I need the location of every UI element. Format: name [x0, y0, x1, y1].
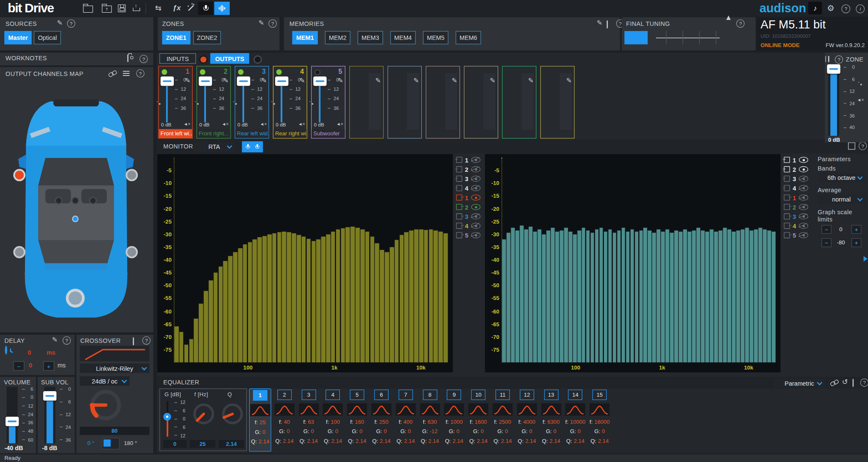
channel-edit-icon[interactable]: ✎ [375, 77, 381, 84]
crossover-freq-value[interactable]: 80 [80, 427, 150, 435]
zone-fader-handle[interactable] [827, 64, 840, 74]
final-tuning-button[interactable] [624, 31, 648, 44]
channel-edit-icon[interactable]: ✎ [452, 77, 457, 84]
channel-fader-handle[interactable] [275, 76, 288, 86]
monitor-channel-row[interactable]: 3 [456, 212, 484, 221]
zone-button[interactable]: ZONE1 [162, 31, 190, 44]
wand-icon[interactable] [187, 4, 195, 11]
monitor-channel-row[interactable]: 2 [784, 165, 811, 174]
delay-plus-button[interactable]: + [43, 361, 54, 371]
delay-clock-icon[interactable] [5, 346, 7, 355]
eq-band-number[interactable]: 1 [253, 390, 267, 401]
zones-help-icon[interactable]: ? [268, 20, 277, 28]
sources-help-icon[interactable]: ? [67, 20, 75, 28]
monitor-channel-row[interactable]: 3 [784, 212, 811, 221]
eq-band-number[interactable]: 5 [350, 389, 364, 400]
tab-inputs[interactable]: INPUTS [159, 53, 196, 64]
scale-min-plus[interactable]: + [851, 238, 862, 247]
mic-button[interactable] [198, 2, 213, 15]
memory-button[interactable]: MEM2 [325, 31, 351, 44]
visibility-eye-icon[interactable] [471, 204, 481, 210]
monitor-channel-row[interactable]: 3 [784, 174, 811, 183]
outputs-indicator[interactable] [253, 56, 262, 64]
monitor-channel-row[interactable]: 1 [456, 193, 484, 202]
eq-band-number[interactable]: 6 [374, 389, 389, 400]
eq-band-number[interactable]: 15 [593, 389, 607, 400]
delay-edit-icon[interactable]: ✎ [52, 336, 58, 343]
memories-copy-icon[interactable] [607, 20, 608, 28]
channel-mute-icon[interactable]: ◄× [298, 123, 305, 127]
eq-band[interactable]: 4f:100G:0Q:2.14 [322, 389, 344, 452]
memory-button[interactable]: MEM1 [292, 31, 318, 44]
crossover-filter-select[interactable]: Linkwitz-Riley [80, 364, 150, 373]
visibility-eye-icon[interactable] [471, 166, 481, 172]
rta-wave-button[interactable] [214, 2, 230, 15]
visibility-eye-icon[interactable] [799, 185, 808, 191]
subvol-fader-handle[interactable] [43, 391, 56, 400]
memory-button[interactable]: MEM3 [358, 31, 383, 44]
memory-button[interactable]: MEM6 [456, 31, 481, 44]
fx-icon[interactable]: ƒx [173, 3, 181, 12]
zone-mute-icon[interactable]: ◄× [857, 98, 864, 102]
eq-band-number[interactable]: 8 [423, 389, 437, 400]
channel-name[interactable]: Rear left wid... [235, 129, 268, 138]
output-channel-strip[interactable]: 20122436✎0 dB◄×Front right... [197, 66, 231, 138]
side-expand-arrow[interactable] [864, 256, 868, 261]
channel-fader-handle[interactable] [313, 76, 326, 86]
eq-band[interactable]: 13f:6300G:0Q:2.14 [540, 389, 562, 452]
list-icon[interactable] [123, 71, 130, 76]
scale-max-minus[interactable]: − [821, 225, 832, 234]
eq-band[interactable]: 5f:160G:0Q:2.14 [346, 389, 368, 452]
save-icon[interactable] [118, 4, 125, 12]
scale-max-plus[interactable]: + [851, 225, 862, 234]
eq-band-number[interactable]: 4 [326, 389, 340, 400]
speaker-front-left[interactable] [13, 169, 25, 181]
map-help-icon[interactable]: ? [136, 69, 145, 78]
monitor-channel-row[interactable]: 1 [456, 155, 484, 165]
eq-f-value[interactable]: 25 [190, 440, 215, 448]
eq-q-value[interactable]: 2.14 [219, 440, 244, 448]
monitor-channel-row[interactable]: 4 [456, 183, 484, 193]
open-file-icon[interactable] [83, 4, 93, 13]
monitor-channel-row[interactable]: 5 [784, 230, 811, 240]
output-channel-strip[interactable]: 40122436✎0 dB◄×Rear right wi... [273, 66, 307, 138]
template-file-icon[interactable]: T [102, 4, 112, 13]
average-select[interactable]: normal [818, 194, 865, 204]
eq-copy-icon[interactable] [852, 379, 854, 386]
crossover-freq-knob[interactable] [89, 388, 123, 422]
visibility-eye-icon[interactable] [799, 213, 808, 219]
eq-band-number[interactable]: 7 [398, 389, 413, 400]
scale-min-minus[interactable]: − [821, 238, 832, 247]
eq-band[interactable]: 11f:2500G:0Q:2.14 [492, 389, 514, 452]
monitor-channel-row[interactable]: 2 [456, 202, 484, 212]
eq-type-select[interactable]: Parametric [774, 378, 825, 388]
channel-name[interactable]: Front right... [197, 129, 230, 138]
speaker-rear-left[interactable] [13, 246, 25, 258]
channel-edit-icon[interactable]: ✎ [261, 77, 267, 84]
speaker-subwoofer[interactable] [66, 288, 84, 307]
channel-mute-icon[interactable]: ◄× [222, 123, 228, 127]
tone-button[interactable]: ♪ [808, 2, 822, 14]
monitor-channel-row[interactable]: 1 [784, 193, 811, 202]
fullscreen-icon[interactable] [848, 143, 855, 150]
delay-minus-button[interactable]: − [13, 361, 24, 371]
visibility-eye-icon[interactable] [471, 213, 481, 219]
eq-band-number[interactable]: 3 [301, 389, 316, 400]
channel-fader-handle[interactable] [199, 76, 212, 86]
crossover-slope-select[interactable]: 24dB / oc [80, 376, 130, 386]
speaker-rear-right[interactable] [125, 246, 138, 258]
visibility-eye-icon[interactable] [471, 194, 481, 200]
channel-name[interactable]: Subwoofer [312, 129, 345, 138]
visibility-eye-icon[interactable] [471, 223, 481, 229]
monitor-channel-row[interactable]: 1 [784, 155, 811, 165]
routing-icon[interactable]: ⇆ [155, 3, 161, 12]
source-button[interactable]: Master [4, 31, 32, 44]
eq-band[interactable]: 15f:16000G:0Q:2.14 [589, 389, 611, 452]
channel-edit-icon[interactable]: ✎ [185, 77, 190, 84]
memories-edit-icon[interactable]: ✎ [597, 20, 602, 26]
eq-band[interactable]: 6f:250G:0Q:2.14 [370, 389, 392, 452]
eq-band-number[interactable]: 14 [568, 389, 583, 400]
monitor-channel-row[interactable]: 4 [456, 221, 484, 230]
output-channel-strip[interactable]: 30122436✎0 dB◄×Rear left wid... [235, 66, 269, 138]
eq-band[interactable]: 1f:25G:0Q:2.14 [249, 389, 271, 452]
